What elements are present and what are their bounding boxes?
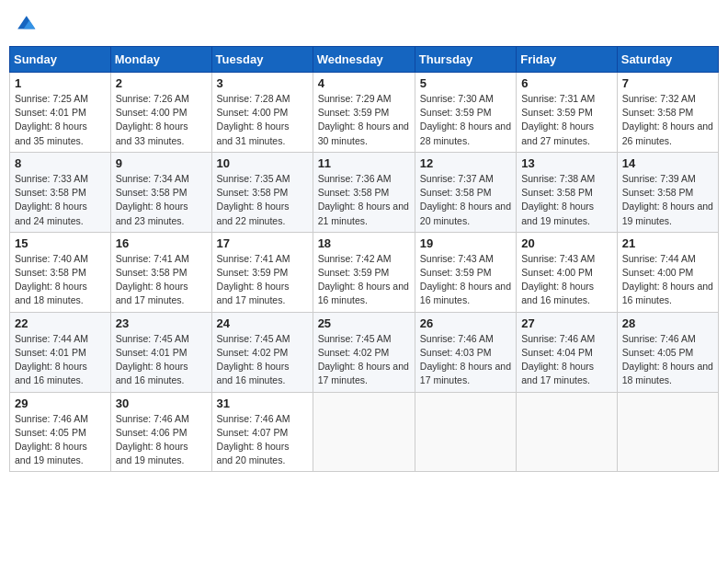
calendar-cell (617, 392, 718, 472)
day-detail: Sunrise: 7:43 AMSunset: 4:00 PMDaylight:… (521, 252, 612, 308)
day-number: 10 (217, 156, 308, 170)
weekday-header-tuesday: Tuesday (211, 47, 313, 73)
weekday-header-monday: Monday (110, 47, 211, 73)
calendar-cell: 15Sunrise: 7:40 AMSunset: 3:58 PMDayligh… (10, 232, 111, 312)
day-number: 1 (15, 76, 106, 90)
day-number: 28 (622, 316, 713, 330)
calendar-cell: 10Sunrise: 7:35 AMSunset: 3:58 PMDayligh… (211, 152, 313, 232)
calendar-cell: 9Sunrise: 7:34 AMSunset: 3:58 PMDaylight… (110, 152, 211, 232)
calendar-header-row: SundayMondayTuesdayWednesdayThursdayFrid… (10, 47, 719, 73)
calendar-week-row: 22Sunrise: 7:44 AMSunset: 4:01 PMDayligh… (10, 312, 719, 392)
day-detail: Sunrise: 7:26 AMSunset: 4:00 PMDaylight:… (116, 92, 207, 148)
calendar-cell: 20Sunrise: 7:43 AMSunset: 4:00 PMDayligh… (517, 232, 618, 312)
day-number: 27 (521, 316, 612, 330)
calendar-cell: 7Sunrise: 7:32 AMSunset: 3:58 PMDaylight… (617, 73, 718, 153)
calendar-cell (313, 392, 415, 472)
day-detail: Sunrise: 7:41 AMSunset: 3:58 PMDaylight:… (116, 252, 207, 308)
calendar-cell: 28Sunrise: 7:46 AMSunset: 4:05 PMDayligh… (617, 312, 718, 392)
weekday-header-thursday: Thursday (415, 47, 516, 73)
day-detail: Sunrise: 7:45 AMSunset: 4:02 PMDaylight:… (217, 332, 308, 388)
day-number: 30 (116, 396, 207, 410)
day-number: 12 (420, 156, 511, 170)
day-number: 25 (318, 316, 410, 330)
day-detail: Sunrise: 7:37 AMSunset: 3:58 PMDaylight:… (420, 172, 511, 228)
day-number: 3 (217, 76, 308, 90)
day-detail: Sunrise: 7:43 AMSunset: 3:59 PMDaylight:… (420, 252, 511, 308)
day-number: 19 (420, 236, 511, 250)
day-detail: Sunrise: 7:41 AMSunset: 3:59 PMDaylight:… (217, 252, 308, 308)
calendar-week-row: 8Sunrise: 7:33 AMSunset: 3:58 PMDaylight… (10, 152, 719, 232)
calendar-cell: 6Sunrise: 7:31 AMSunset: 3:59 PMDaylight… (517, 73, 618, 153)
day-detail: Sunrise: 7:46 AMSunset: 4:04 PMDaylight:… (521, 332, 612, 388)
day-number: 21 (622, 236, 713, 250)
calendar-cell: 29Sunrise: 7:46 AMSunset: 4:05 PMDayligh… (10, 392, 111, 472)
logo (13, 13, 40, 39)
calendar-cell: 5Sunrise: 7:30 AMSunset: 3:59 PMDaylight… (415, 73, 516, 153)
day-detail: Sunrise: 7:46 AMSunset: 4:05 PMDaylight:… (15, 412, 106, 468)
calendar-cell: 17Sunrise: 7:41 AMSunset: 3:59 PMDayligh… (211, 232, 313, 312)
calendar-cell: 3Sunrise: 7:28 AMSunset: 4:00 PMDaylight… (211, 73, 313, 153)
day-number: 22 (15, 316, 106, 330)
day-number: 7 (622, 76, 713, 90)
day-number: 26 (420, 316, 511, 330)
day-number: 11 (318, 156, 410, 170)
calendar-cell: 25Sunrise: 7:45 AMSunset: 4:02 PMDayligh… (313, 312, 415, 392)
day-number: 2 (116, 76, 207, 90)
calendar-cell: 13Sunrise: 7:38 AMSunset: 3:58 PMDayligh… (517, 152, 618, 232)
day-number: 31 (217, 396, 308, 410)
day-number: 14 (622, 156, 713, 170)
day-detail: Sunrise: 7:45 AMSunset: 4:01 PMDaylight:… (116, 332, 207, 388)
calendar-cell: 24Sunrise: 7:45 AMSunset: 4:02 PMDayligh… (211, 312, 313, 392)
calendar-cell: 31Sunrise: 7:46 AMSunset: 4:07 PMDayligh… (211, 392, 313, 472)
day-detail: Sunrise: 7:33 AMSunset: 3:58 PMDaylight:… (15, 172, 106, 228)
logo-icon (15, 13, 37, 35)
day-number: 13 (521, 156, 612, 170)
day-number: 16 (116, 236, 207, 250)
calendar-cell: 22Sunrise: 7:44 AMSunset: 4:01 PMDayligh… (10, 312, 111, 392)
calendar-table: SundayMondayTuesdayWednesdayThursdayFrid… (9, 46, 719, 472)
day-number: 18 (318, 236, 410, 250)
weekday-header-friday: Friday (517, 47, 618, 73)
calendar-cell: 12Sunrise: 7:37 AMSunset: 3:58 PMDayligh… (415, 152, 516, 232)
weekday-header-saturday: Saturday (617, 47, 718, 73)
day-number: 8 (15, 156, 106, 170)
day-number: 6 (521, 76, 612, 90)
calendar-cell: 26Sunrise: 7:46 AMSunset: 4:03 PMDayligh… (415, 312, 516, 392)
calendar-cell: 14Sunrise: 7:39 AMSunset: 3:58 PMDayligh… (617, 152, 718, 232)
day-detail: Sunrise: 7:42 AMSunset: 3:59 PMDaylight:… (318, 252, 410, 308)
day-detail: Sunrise: 7:46 AMSunset: 4:07 PMDaylight:… (217, 412, 308, 468)
weekday-header-sunday: Sunday (10, 47, 111, 73)
day-number: 15 (15, 236, 106, 250)
day-detail: Sunrise: 7:46 AMSunset: 4:05 PMDaylight:… (622, 332, 713, 388)
calendar-cell: 2Sunrise: 7:26 AMSunset: 4:00 PMDaylight… (110, 73, 211, 153)
day-detail: Sunrise: 7:38 AMSunset: 3:58 PMDaylight:… (521, 172, 612, 228)
page-header (9, 9, 719, 39)
calendar-cell: 4Sunrise: 7:29 AMSunset: 3:59 PMDaylight… (313, 73, 415, 153)
calendar-cell: 8Sunrise: 7:33 AMSunset: 3:58 PMDaylight… (10, 152, 111, 232)
day-number: 9 (116, 156, 207, 170)
day-number: 23 (116, 316, 207, 330)
calendar-week-row: 29Sunrise: 7:46 AMSunset: 4:05 PMDayligh… (10, 392, 719, 472)
calendar-cell: 1Sunrise: 7:25 AMSunset: 4:01 PMDaylight… (10, 73, 111, 153)
day-number: 17 (217, 236, 308, 250)
calendar-cell: 16Sunrise: 7:41 AMSunset: 3:58 PMDayligh… (110, 232, 211, 312)
day-detail: Sunrise: 7:44 AMSunset: 4:00 PMDaylight:… (622, 252, 713, 308)
day-detail: Sunrise: 7:39 AMSunset: 3:58 PMDaylight:… (622, 172, 713, 228)
day-detail: Sunrise: 7:46 AMSunset: 4:06 PMDaylight:… (116, 412, 207, 468)
calendar-cell: 19Sunrise: 7:43 AMSunset: 3:59 PMDayligh… (415, 232, 516, 312)
day-detail: Sunrise: 7:25 AMSunset: 4:01 PMDaylight:… (15, 92, 106, 148)
calendar-cell: 21Sunrise: 7:44 AMSunset: 4:00 PMDayligh… (617, 232, 718, 312)
calendar-cell: 30Sunrise: 7:46 AMSunset: 4:06 PMDayligh… (110, 392, 211, 472)
day-detail: Sunrise: 7:35 AMSunset: 3:58 PMDaylight:… (217, 172, 308, 228)
day-detail: Sunrise: 7:34 AMSunset: 3:58 PMDaylight:… (116, 172, 207, 228)
day-detail: Sunrise: 7:40 AMSunset: 3:58 PMDaylight:… (15, 252, 106, 308)
calendar-cell (415, 392, 516, 472)
day-detail: Sunrise: 7:30 AMSunset: 3:59 PMDaylight:… (420, 92, 511, 148)
day-number: 29 (15, 396, 106, 410)
day-number: 5 (420, 76, 511, 90)
weekday-header-wednesday: Wednesday (313, 47, 415, 73)
day-detail: Sunrise: 7:28 AMSunset: 4:00 PMDaylight:… (217, 92, 308, 148)
day-detail: Sunrise: 7:46 AMSunset: 4:03 PMDaylight:… (420, 332, 511, 388)
calendar-cell: 11Sunrise: 7:36 AMSunset: 3:58 PMDayligh… (313, 152, 415, 232)
day-detail: Sunrise: 7:31 AMSunset: 3:59 PMDaylight:… (521, 92, 612, 148)
